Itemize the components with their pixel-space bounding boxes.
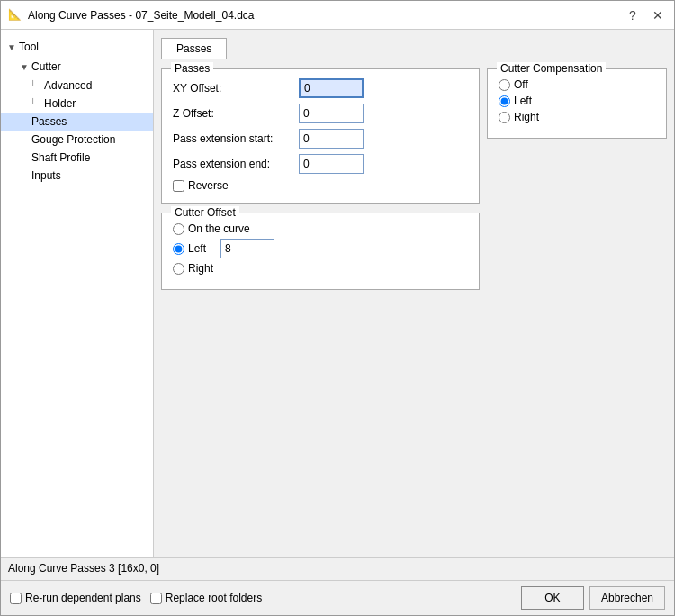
cutter-offset-left-input[interactable] xyxy=(220,239,274,258)
ok-button[interactable]: OK xyxy=(521,586,584,610)
cutter-offset-on-curve-radio[interactable] xyxy=(173,223,184,235)
pass-ext-start-input[interactable] xyxy=(299,129,364,149)
z-offset-label: Z Offset: xyxy=(173,107,299,120)
cutter-offset-on-curve-label: On the curve xyxy=(188,222,250,235)
replace-checkbox[interactable] xyxy=(150,593,162,604)
z-offset-input[interactable] xyxy=(299,104,364,123)
pass-ext-end-input[interactable] xyxy=(299,154,364,174)
rerun-checkbox[interactable] xyxy=(10,593,22,604)
cutter-offset-right-label: Right xyxy=(188,262,213,275)
cutter-offset-on-curve-row: On the curve xyxy=(173,222,468,235)
sidebar-label-cutter: Cutter xyxy=(32,60,61,73)
main-window: 📐 Along Curve Passes - 07_Seite_Modell_0… xyxy=(0,0,675,616)
statusbar: Along Curve Passes 3 [16x0, 0] xyxy=(1,557,674,580)
app-icon: 📐 xyxy=(8,8,22,23)
close-button[interactable]: ✕ xyxy=(649,6,667,24)
pass-ext-start-row: Pass extension start: xyxy=(173,129,468,149)
pass-ext-end-row: Pass extension end: xyxy=(173,154,468,174)
cutter-offset-left-label: Left xyxy=(188,242,206,255)
reverse-row: Reverse xyxy=(173,179,468,192)
help-button[interactable]: ? xyxy=(624,6,642,24)
reverse-checkbox[interactable] xyxy=(173,180,184,192)
content-area: ▼Tool▼Cutter└Advanced└HolderPassesGouge … xyxy=(1,30,674,557)
z-offset-row: Z Offset: xyxy=(173,104,468,123)
xy-offset-label: XY Offset: xyxy=(173,82,299,95)
connector-holder: └ xyxy=(30,98,44,109)
left-panel: Passes XY Offset: Z Offset: Pass extensi… xyxy=(161,68,480,550)
cutter-offset-right-row: Right xyxy=(173,262,468,275)
cc-right-row: Right xyxy=(499,111,655,123)
cutter-compensation-title: Cutter Compensation xyxy=(497,62,606,75)
xy-offset-input[interactable] xyxy=(299,78,364,98)
cancel-button[interactable]: Abbrechen xyxy=(590,586,665,610)
expander-tool[interactable]: ▼ xyxy=(4,40,19,54)
passes-group: Passes XY Offset: Z Offset: Pass extensi… xyxy=(161,68,480,204)
sidebar-item-passes[interactable]: Passes xyxy=(1,113,153,131)
cutter-offset-group: Cutter Offset On the curve Left xyxy=(161,213,480,290)
cutter-offset-left-row: Left xyxy=(173,239,468,258)
tab-passes[interactable]: Passes xyxy=(161,38,227,59)
sidebar-item-shaft[interactable]: Shaft Profile xyxy=(1,149,153,167)
sidebar-item-advanced[interactable]: └Advanced xyxy=(1,77,153,95)
footer-checkboxes: Re-run dependent plans Replace root fold… xyxy=(10,592,512,604)
sidebar-item-inputs[interactable]: Inputs xyxy=(1,167,153,185)
passes-group-title: Passes xyxy=(171,62,213,75)
main-panel: Passes Passes XY Offset: Z Offset: xyxy=(154,30,674,557)
panels: Passes XY Offset: Z Offset: Pass extensi… xyxy=(161,68,667,550)
cc-left-label: Left xyxy=(514,95,532,107)
sidebar-item-holder[interactable]: └Holder xyxy=(1,95,153,113)
sidebar-label-inputs: Inputs xyxy=(32,169,61,182)
window-title: Along Curve Passes - 07_Seite_Modell_04.… xyxy=(28,9,254,22)
replace-row: Replace root folders xyxy=(150,592,262,604)
footer-buttons: OK Abbrechen xyxy=(521,586,665,610)
sidebar-label-holder: Holder xyxy=(44,97,76,110)
expander-cutter[interactable]: ▼ xyxy=(17,59,32,74)
xy-offset-row: XY Offset: xyxy=(173,78,468,98)
rerun-label: Re-run dependent plans xyxy=(25,592,141,604)
right-panel: Cutter Compensation Off Left Right xyxy=(487,68,667,550)
sidebar-label-passes: Passes xyxy=(32,115,67,128)
cc-right-label: Right xyxy=(514,111,539,123)
tabs: Passes xyxy=(161,37,667,59)
replace-label: Replace root folders xyxy=(166,592,262,604)
titlebar-left: 📐 Along Curve Passes - 07_Seite_Modell_0… xyxy=(8,8,254,23)
titlebar: 📐 Along Curve Passes - 07_Seite_Modell_0… xyxy=(1,1,674,30)
sidebar: ▼Tool▼Cutter└Advanced└HolderPassesGouge … xyxy=(1,30,154,557)
cutter-offset-title: Cutter Offset xyxy=(171,206,239,219)
rerun-row: Re-run dependent plans xyxy=(10,592,141,604)
cc-right-radio[interactable] xyxy=(499,112,510,123)
sidebar-label-gouge: Gouge Protection xyxy=(32,133,115,146)
cc-off-row: Off xyxy=(499,78,655,91)
cutter-offset-left-radio[interactable] xyxy=(173,243,184,255)
cc-left-row: Left xyxy=(499,95,655,107)
pass-ext-end-label: Pass extension end: xyxy=(173,158,299,170)
sidebar-label-advanced: Advanced xyxy=(44,79,92,92)
sidebar-label-tool: Tool xyxy=(19,41,39,53)
titlebar-controls: ? ✕ xyxy=(624,6,667,24)
cutter-offset-right-radio[interactable] xyxy=(173,263,184,275)
footer: Re-run dependent plans Replace root fold… xyxy=(1,580,674,615)
connector-advanced: └ xyxy=(30,80,44,91)
sidebar-label-shaft: Shaft Profile xyxy=(32,151,90,164)
cc-left-radio[interactable] xyxy=(499,95,510,107)
sidebar-item-tool[interactable]: ▼Tool xyxy=(1,37,153,57)
reverse-label: Reverse xyxy=(188,179,229,192)
cc-off-radio[interactable] xyxy=(499,79,510,91)
sidebar-item-gouge[interactable]: Gouge Protection xyxy=(1,131,153,149)
cutter-compensation-group: Cutter Compensation Off Left Right xyxy=(487,68,667,139)
statusbar-text: Along Curve Passes 3 [16x0, 0] xyxy=(8,562,667,575)
cc-off-label: Off xyxy=(514,78,528,91)
sidebar-item-cutter[interactable]: ▼Cutter xyxy=(1,57,153,77)
pass-ext-start-label: Pass extension start: xyxy=(173,132,299,145)
